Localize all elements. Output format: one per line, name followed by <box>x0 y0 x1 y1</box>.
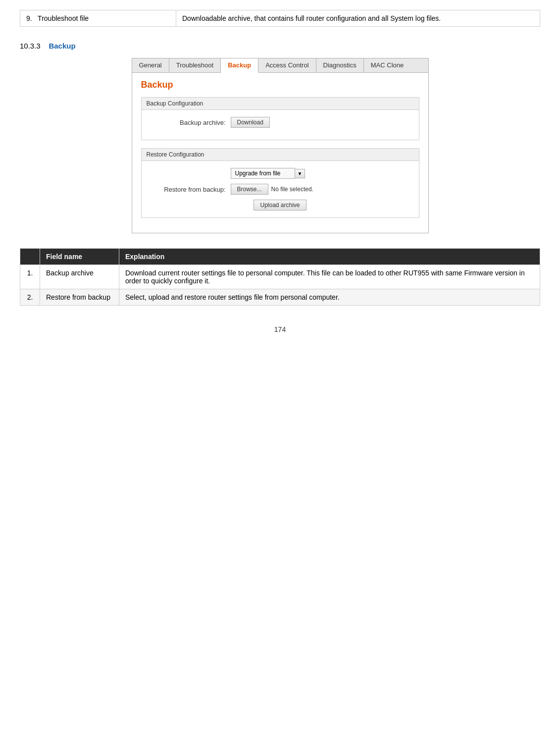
backup-archive-row: Backup archive: Download <box>147 117 414 128</box>
table-row: 1. Backup archive Download current route… <box>20 265 540 289</box>
page-number: 174 <box>20 325 540 333</box>
tab-mac-clone[interactable]: MAC Clone <box>364 58 410 72</box>
table-row: 9. Troubleshoot file Downloadable archiv… <box>20 10 540 27</box>
backup-config-section: Backup Configuration Backup archive: Dow… <box>141 97 419 140</box>
download-button[interactable]: Download <box>231 117 270 128</box>
tab-general[interactable]: General <box>132 58 169 72</box>
backup-config-header: Backup Configuration <box>142 98 419 110</box>
restore-config-body: Upgrade from file ▼ Restore from backup:… <box>142 161 419 217</box>
tab-backup[interactable]: Backup <box>221 58 258 73</box>
restore-backup-row: Restore from backup: Browse... No file s… <box>147 184 414 195</box>
panel-title: Backup <box>141 80 419 90</box>
col-num-header <box>20 249 40 265</box>
col-field-header: Field name <box>40 249 119 265</box>
upgrade-select-wrapper: Upgrade from file ▼ <box>231 168 305 179</box>
section-heading: 10.3.3 Backup <box>20 42 540 50</box>
backup-config-body: Backup archive: Download <box>142 110 419 140</box>
field-table: Field name Explanation 1. Backup archive… <box>20 248 540 306</box>
upgrade-dropdown-row: Upgrade from file ▼ <box>147 168 414 179</box>
upgrade-select[interactable]: Upgrade from file <box>231 168 295 179</box>
no-file-text: No file selected. <box>271 186 313 193</box>
tab-troubleshoot[interactable]: Troubleshoot <box>169 58 221 72</box>
row-explanation: Downloadable archive, that contains full… <box>176 10 540 27</box>
restore-config-section: Restore Configuration Upgrade from file … <box>141 148 419 218</box>
row-2-explanation: Select, upload and restore router settin… <box>119 289 540 306</box>
col-explanation-header: Explanation <box>119 249 540 265</box>
row-number-field: 9. Troubleshoot file <box>20 10 176 27</box>
row-1-explanation: Download current router settings file to… <box>119 265 540 289</box>
table-header-row: Field name Explanation <box>20 249 540 265</box>
upload-archive-button[interactable]: Upload archive <box>254 200 306 211</box>
row-2-num: 2. <box>20 289 40 306</box>
restore-backup-label: Restore from backup: <box>147 186 226 193</box>
section-number: 10.3.3 <box>20 42 41 50</box>
browse-button[interactable]: Browse... <box>231 184 268 195</box>
backup-archive-label: Backup archive: <box>147 119 226 126</box>
table-row: 2. Restore from backup Select, upload an… <box>20 289 540 306</box>
row-number: 9. <box>26 14 32 22</box>
row-field-name: Troubleshoot file <box>38 14 89 22</box>
row-1-num: 1. <box>20 265 40 289</box>
restore-config-header: Restore Configuration <box>142 149 419 161</box>
row-1-field: Backup archive <box>40 265 119 289</box>
panel-content: Backup Backup Configuration Backup archi… <box>132 73 428 233</box>
ui-panel: General Troubleshoot Backup Access Contr… <box>132 58 429 233</box>
tab-access-control[interactable]: Access Control <box>258 58 316 72</box>
section-title: Backup <box>49 42 75 50</box>
top-table: 9. Troubleshoot file Downloadable archiv… <box>20 10 540 27</box>
upload-btn-row: Upload archive <box>147 200 414 211</box>
upgrade-label-empty <box>147 170 226 177</box>
upgrade-select-arrow[interactable]: ▼ <box>295 169 305 178</box>
tab-diagnostics[interactable]: Diagnostics <box>316 58 364 72</box>
browse-row: Browse... No file selected. <box>231 184 313 195</box>
row-2-field: Restore from backup <box>40 289 119 306</box>
tab-bar: General Troubleshoot Backup Access Contr… <box>132 58 428 73</box>
